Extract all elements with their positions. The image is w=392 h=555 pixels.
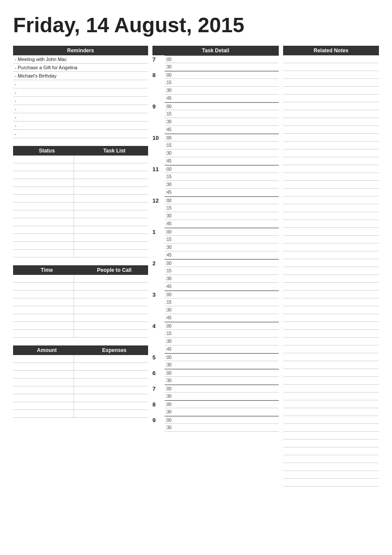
note-row xyxy=(283,275,379,283)
note-row xyxy=(283,471,379,479)
note-row xyxy=(283,204,379,212)
tasklist-header: Status Task List xyxy=(13,146,148,156)
task-slot-time: :00 xyxy=(165,198,177,203)
task-slots: :00:15:30:45 xyxy=(165,165,279,196)
task-slot: :30 xyxy=(165,244,279,251)
task-slot-time: :00 xyxy=(165,261,177,266)
task-slots: :00:15:30:45 xyxy=(165,196,279,228)
note-row xyxy=(283,440,379,447)
task-slot: :15 xyxy=(165,298,279,306)
task-hour-block: 5:00:30 xyxy=(152,353,279,369)
note-row xyxy=(283,244,379,251)
note-row xyxy=(283,87,379,95)
task-slots: :00:30 xyxy=(165,55,279,71)
reminder-row: - xyxy=(13,122,148,130)
task-slot-time: :00 xyxy=(165,167,177,172)
note-row xyxy=(283,118,379,126)
task-hour-number: 3 xyxy=(152,291,165,322)
note-row xyxy=(283,181,379,189)
task-slot-time: :15 xyxy=(165,237,177,242)
note-row xyxy=(283,134,379,142)
expenses-header: Amount Expenses xyxy=(13,345,148,355)
reminder-row: - Purchase a Gift for Angelina xyxy=(13,64,148,72)
note-row xyxy=(283,283,379,291)
note-row xyxy=(283,236,379,244)
expense-row xyxy=(13,379,148,386)
task-slot: :30 xyxy=(165,181,279,189)
note-row xyxy=(283,393,379,400)
task-slot: :00 xyxy=(165,71,279,79)
time-cell xyxy=(13,330,74,337)
task-slot: :30 xyxy=(165,63,279,71)
task-slot-time: :45 xyxy=(165,127,177,132)
task-slot-time: :45 xyxy=(165,284,177,289)
task-hour-block: 1:00:15:30:45 xyxy=(152,228,279,259)
note-row xyxy=(283,95,379,102)
task-slot-time: :30 xyxy=(165,88,177,93)
task-slot: :15 xyxy=(165,110,279,118)
tasklist-task-cell xyxy=(74,250,149,257)
note-row xyxy=(283,455,379,463)
task-hour-number: 7 xyxy=(152,385,165,400)
tasklist-row xyxy=(13,226,148,234)
expense-row xyxy=(13,355,148,363)
person-cell xyxy=(74,330,149,337)
task-slot: :15 xyxy=(165,204,279,212)
task-slot-time: :00 xyxy=(165,355,177,360)
notes-rows xyxy=(283,55,379,487)
task-slot-time: :15 xyxy=(165,331,177,336)
task-hour-number: 12 xyxy=(152,196,165,228)
task-slot: :00 xyxy=(165,291,279,298)
person-cell xyxy=(74,322,149,329)
time-row xyxy=(13,306,148,314)
note-row xyxy=(283,361,379,369)
expense-amount-cell xyxy=(13,402,74,409)
task-slot: :45 xyxy=(165,157,279,165)
note-row xyxy=(283,212,379,220)
expense-row xyxy=(13,394,148,402)
task-slot: :00 xyxy=(165,165,279,173)
time-rows xyxy=(13,275,148,338)
expense-desc-cell xyxy=(74,371,149,378)
time-row xyxy=(13,283,148,291)
task-slots: :00:15:30:45 xyxy=(165,322,279,353)
person-cell xyxy=(74,314,149,321)
note-row xyxy=(283,298,379,306)
note-row xyxy=(283,416,379,424)
tasklist-row xyxy=(13,195,148,203)
tasklist-task-cell xyxy=(74,195,149,202)
expense-desc-cell xyxy=(74,394,149,402)
task-slot-time: :30 xyxy=(165,182,177,187)
task-slot-time: :15 xyxy=(165,143,177,148)
tasklist-task-cell xyxy=(74,210,149,218)
task-hour-number: 2 xyxy=(152,259,165,291)
note-row xyxy=(283,447,379,455)
expense-rows xyxy=(13,355,148,418)
task-slot-time: :30 xyxy=(165,64,177,69)
task-slot-time: :30 xyxy=(165,425,177,430)
reminder-row: - xyxy=(13,88,148,97)
tasklist-rows xyxy=(13,156,148,257)
time-cell xyxy=(13,298,74,306)
task-slots: :00:15:30:45 xyxy=(165,71,279,102)
tasklist-task-cell xyxy=(74,218,149,226)
person-cell xyxy=(74,275,149,282)
note-row xyxy=(283,432,379,440)
task-detail-blocks: 7:00:308:00:15:30:459:00:15:30:4510:00:1… xyxy=(152,55,279,432)
note-row xyxy=(283,314,379,322)
time-cell xyxy=(13,306,74,314)
expense-amount-cell xyxy=(13,410,74,417)
task-hour-block: 3:00:15:30:45 xyxy=(152,291,279,322)
expense-amount-cell xyxy=(13,355,74,362)
task-hour-number: 9 xyxy=(152,102,165,134)
tasklist-row xyxy=(13,218,148,226)
task-slot: :15 xyxy=(165,173,279,181)
time-row xyxy=(13,291,148,298)
task-slot: :30 xyxy=(165,212,279,220)
task-slot: :15 xyxy=(165,142,279,149)
note-row xyxy=(283,63,379,71)
task-slot: :30 xyxy=(165,118,279,126)
tasklist-row xyxy=(13,250,148,257)
task-slot: :45 xyxy=(165,345,279,353)
tasklist-task-cell xyxy=(74,242,149,249)
